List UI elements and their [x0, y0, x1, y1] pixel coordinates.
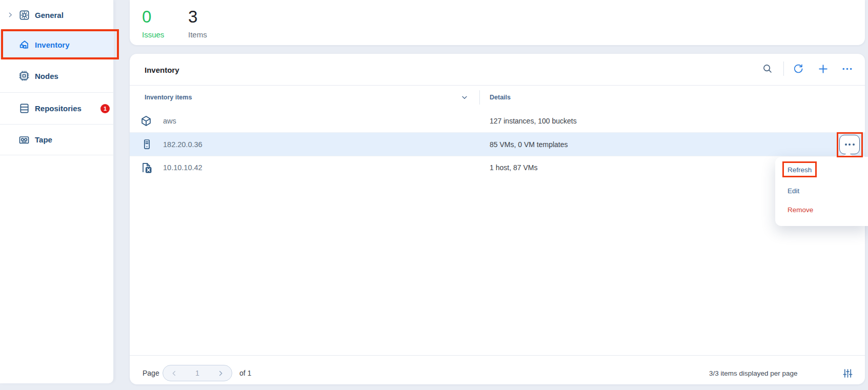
issues-label: Issues	[142, 30, 164, 39]
database-icon	[17, 102, 31, 114]
column-header-items[interactable]: Inventory items	[145, 86, 192, 109]
sliders-icon[interactable]	[842, 367, 853, 379]
row-more-actions-button[interactable]	[839, 135, 860, 154]
sidebar-item-inventory[interactable]: Inventory	[0, 30, 114, 59]
row-name[interactable]: 182.20.0.36	[163, 133, 203, 156]
tape-cassette-icon	[17, 134, 31, 146]
search-icon[interactable]	[761, 63, 774, 75]
stat-items[interactable]: 3 Items	[188, 8, 207, 39]
row-details: 127 instances, 100 buckets	[490, 109, 577, 132]
column-divider	[479, 90, 480, 105]
issues-count: 0	[142, 8, 164, 25]
row-details: 85 VMs, 0 VM templates	[490, 133, 568, 156]
app-root: General Inventory Nodes	[0, 0, 868, 390]
inventory-building-icon	[17, 38, 31, 51]
panel-title: Inventory	[145, 66, 179, 74]
footer-divider	[130, 355, 865, 356]
page-stepper[interactable]: 1	[163, 365, 232, 381]
page-label: Page	[143, 365, 159, 381]
sidebar-item-label: Repositories	[35, 104, 82, 113]
sidebar-item-repositories[interactable]: Repositories 1	[0, 93, 114, 124]
sidebar-item-tape[interactable]: Tape	[0, 125, 114, 155]
stat-issues[interactable]: 0 Issues	[142, 8, 164, 39]
row-name[interactable]: 10.10.10.42	[163, 156, 203, 179]
sidebar-item-general[interactable]: General	[0, 0, 114, 30]
refresh-icon[interactable]	[792, 63, 804, 75]
menu-item-edit[interactable]: Edit	[788, 183, 849, 198]
items-label: Items	[188, 30, 207, 39]
host-disconnected-icon	[139, 156, 153, 179]
gear-icon	[17, 9, 31, 21]
menu-item-remove[interactable]: Remove	[788, 202, 849, 217]
sidebar-item-nodes[interactable]: Nodes	[0, 59, 114, 92]
sidebar-item-label: General	[35, 11, 64, 19]
row-details: 1 host, 87 VMs	[490, 156, 537, 179]
page-prev-icon[interactable]	[170, 370, 178, 377]
sidebar-divider	[0, 155, 114, 155]
chevron-right-icon[interactable]	[7, 11, 14, 18]
sidebar-item-label: Tape	[35, 135, 52, 144]
current-page[interactable]: 1	[195, 369, 199, 377]
sidebar-item-label: Inventory	[35, 40, 70, 49]
ellipsis-icon[interactable]	[841, 63, 853, 75]
stats-card	[130, 0, 865, 45]
repositories-count-badge: 1	[100, 104, 110, 113]
sidebar-item-label: Nodes	[35, 72, 58, 80]
panel-title-wrap: Inventory	[145, 54, 179, 86]
row-name[interactable]: aws	[163, 109, 176, 132]
page-of-label: of 1	[239, 365, 251, 381]
menu-item-refresh[interactable]: Refresh	[788, 162, 849, 177]
cpu-chip-icon	[17, 70, 31, 82]
column-header-details: Details	[490, 86, 511, 109]
plus-icon[interactable]	[817, 63, 829, 75]
sort-chevron-down-icon[interactable]	[460, 86, 469, 109]
page-next-icon[interactable]	[217, 370, 225, 377]
cube-icon	[139, 109, 153, 132]
toolbar-divider	[783, 61, 784, 76]
server-icon	[140, 133, 153, 156]
items-per-page-summary: 3/3 items displayed per page	[709, 365, 798, 381]
items-count: 3	[188, 8, 207, 25]
